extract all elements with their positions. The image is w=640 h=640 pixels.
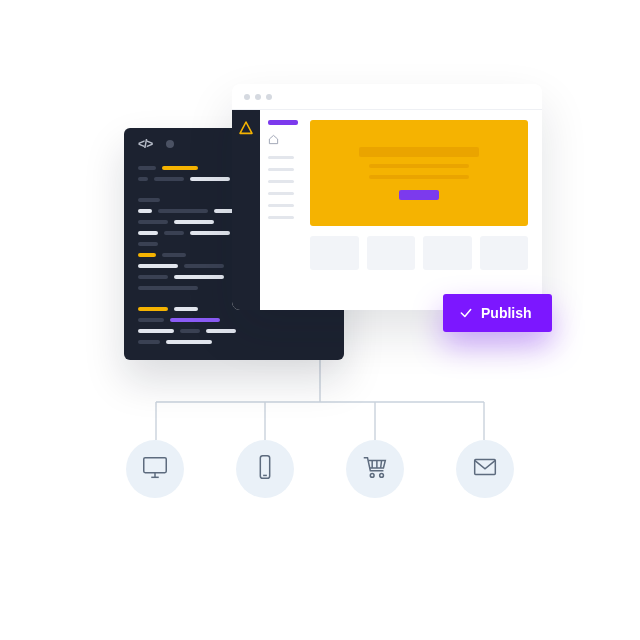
mail-icon — [470, 452, 500, 486]
traffic-dot-icon — [255, 94, 261, 100]
builder-titlebar — [232, 84, 542, 110]
code-brackets-icon: </> — [138, 137, 152, 151]
svg-rect-16 — [475, 460, 496, 475]
window-dot-icon — [166, 140, 174, 148]
svg-rect-6 — [144, 458, 167, 473]
sidebar-item-placeholder — [268, 180, 294, 183]
svg-line-13 — [381, 460, 382, 468]
destination-row — [0, 440, 640, 498]
svg-point-15 — [380, 474, 384, 478]
builder-rail — [232, 110, 260, 310]
card-placeholder — [423, 236, 472, 270]
builder-canvas — [306, 110, 542, 310]
publish-label: Publish — [481, 305, 532, 321]
card-placeholder — [480, 236, 529, 270]
card-placeholder — [367, 236, 416, 270]
mobile-icon — [250, 452, 280, 486]
destination-desktop — [126, 440, 184, 498]
destination-mobile — [236, 440, 294, 498]
traffic-dot-icon — [244, 94, 250, 100]
shopping-cart-icon — [360, 452, 390, 486]
check-icon — [459, 306, 473, 320]
sidebar-item-placeholder — [268, 192, 294, 195]
publish-button[interactable]: Publish — [443, 294, 552, 332]
svg-point-14 — [370, 474, 374, 478]
hero-title-placeholder — [359, 147, 479, 157]
hero-block — [310, 120, 528, 226]
sidebar-accent — [268, 120, 298, 125]
home-icon — [268, 134, 298, 147]
sidebar-item-placeholder — [268, 204, 294, 207]
card-row — [310, 236, 528, 270]
destination-cart — [346, 440, 404, 498]
traffic-dot-icon — [266, 94, 272, 100]
site-builder-window — [232, 84, 542, 310]
destination-mail — [456, 440, 514, 498]
sidebar-item-placeholder — [268, 156, 294, 159]
hero-text-placeholder — [369, 175, 469, 179]
sidebar-item-placeholder — [268, 168, 294, 171]
hero-text-placeholder — [369, 164, 469, 168]
sidebar-item-placeholder — [268, 216, 294, 219]
card-placeholder — [310, 236, 359, 270]
desktop-icon — [140, 452, 170, 486]
builder-sidebar — [260, 110, 306, 310]
hero-cta-placeholder — [399, 190, 439, 200]
triangle-logo-icon — [238, 120, 254, 136]
